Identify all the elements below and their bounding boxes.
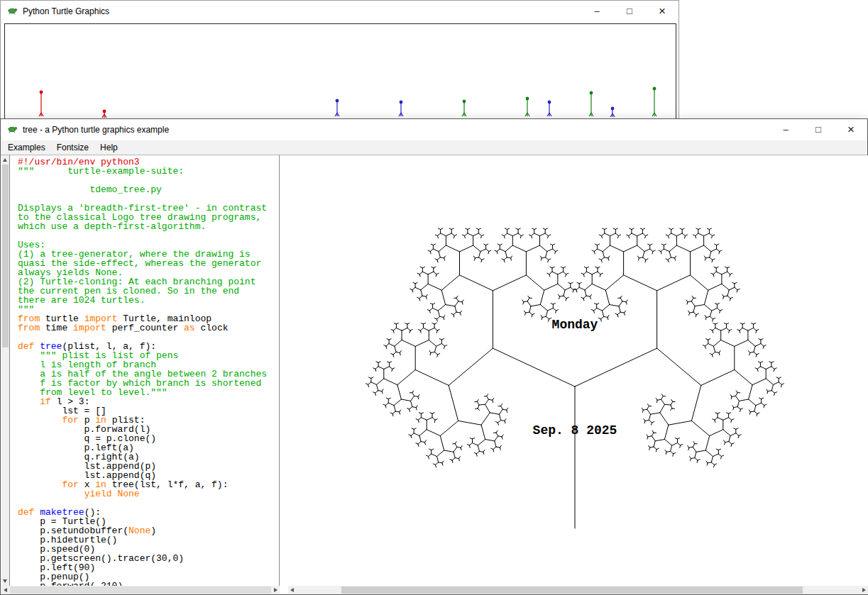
minimize-icon[interactable]: – xyxy=(769,119,802,140)
mini-tree-figure xyxy=(39,91,43,116)
scroll-right-icon[interactable] xyxy=(274,588,278,592)
scroll-left-icon[interactable] xyxy=(290,588,294,592)
code-line: from time import perf_counter as clock xyxy=(18,323,279,333)
code-vertical-scrollbar[interactable] xyxy=(1,155,9,586)
menu-help[interactable]: Help xyxy=(94,140,123,155)
maximize-icon[interactable]: □ xyxy=(802,119,835,140)
mini-tree-figure xyxy=(652,87,657,116)
code-hscroll-thumb[interactable] xyxy=(10,586,271,594)
code-vscroll-thumb[interactable] xyxy=(2,165,9,347)
mini-tree-figure xyxy=(102,110,106,118)
minimize-icon[interactable]: – xyxy=(581,1,613,21)
menu-fontsize[interactable]: Fontsize xyxy=(51,140,94,155)
mini-tree-figure xyxy=(399,101,403,116)
bg-window-title: Python Turtle Graphics xyxy=(23,6,109,16)
canvas-hscroll-thumb[interactable] xyxy=(341,586,803,594)
scroll-down-icon[interactable] xyxy=(3,579,7,583)
mini-tree-figure xyxy=(610,107,615,117)
close-icon[interactable]: × xyxy=(835,119,867,140)
mini-tree-figure xyxy=(462,100,466,116)
mini-tree-figure xyxy=(547,101,551,116)
code-horizontal-scrollbar[interactable] xyxy=(1,586,280,594)
code-line: which use a depth-first-algorithm. xyxy=(18,222,279,231)
canvas-text: Sep. 8 2025 xyxy=(533,423,617,438)
code-line: yield None xyxy=(18,489,279,499)
code-editor[interactable]: #!/usr/bin/env python3""" turtle-example… xyxy=(9,155,280,586)
scroll-right-icon[interactable] xyxy=(862,588,866,592)
code-line: there are 1024 turtles. xyxy=(18,296,279,305)
turtle-icon xyxy=(7,5,18,18)
scroll-up-icon[interactable] xyxy=(3,158,7,162)
turtle-icon xyxy=(7,123,18,137)
mini-tree-figure xyxy=(589,91,593,116)
demo-window-title: tree - a Python turtle graphics example xyxy=(23,125,169,135)
tree-demo-window: tree - a Python turtle graphics example … xyxy=(0,118,868,595)
turtle-canvas: MondaySep. 8 2025 xyxy=(288,155,868,586)
canvas-text: Monday xyxy=(552,318,598,332)
menu-examples[interactable]: Examples xyxy=(2,140,51,155)
mini-tree-figure xyxy=(525,97,529,116)
bg-window-titlebar[interactable]: Python Turtle Graphics – □ × xyxy=(1,1,679,22)
maximize-icon[interactable]: □ xyxy=(613,1,646,21)
code-line: """ turtle-example-suite: xyxy=(18,167,279,176)
canvas-horizontal-scrollbar[interactable] xyxy=(288,586,868,594)
menubar: Examples Fontsize Help xyxy=(1,140,867,155)
code-line xyxy=(18,231,279,240)
demo-window-titlebar[interactable]: tree - a Python turtle graphics example … xyxy=(1,119,867,140)
code-lines: #!/usr/bin/env python3""" turtle-example… xyxy=(18,157,279,586)
close-icon[interactable]: × xyxy=(646,1,679,21)
code-line: tdemo_tree.py xyxy=(18,185,279,194)
mini-tree-figure xyxy=(335,99,339,116)
scroll-left-icon[interactable] xyxy=(4,588,7,592)
tree-path xyxy=(366,228,784,528)
